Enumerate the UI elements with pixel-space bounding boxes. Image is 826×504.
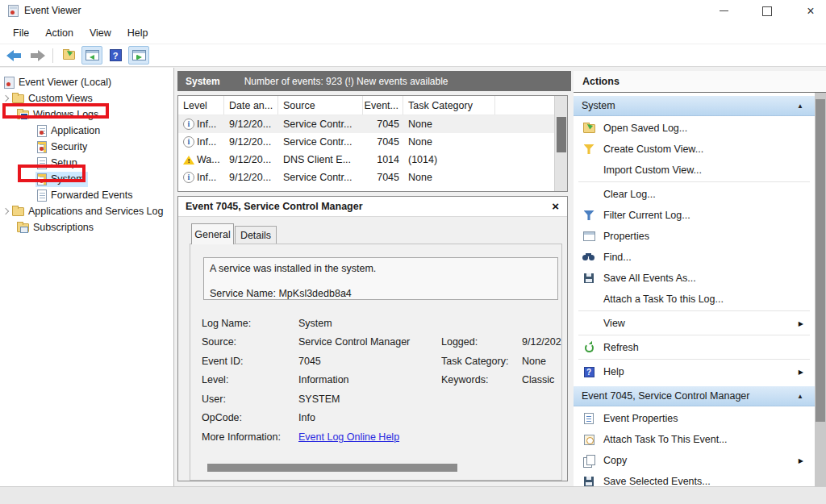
menu-view[interactable]: View	[81, 25, 119, 41]
folder-arrow-button[interactable]	[58, 46, 79, 65]
minimize-button[interactable]	[710, 0, 737, 22]
folder-arrow-icon	[63, 51, 75, 60]
actions-separator	[578, 181, 810, 182]
action-pane-icon	[132, 50, 146, 60]
menu-help[interactable]: Help	[119, 25, 156, 41]
console-tree-icon	[86, 50, 99, 60]
scrollbar-thumb[interactable]	[816, 99, 825, 422]
column-header-level[interactable]: Level	[178, 96, 224, 115]
action-import-custom-view[interactable]: Import Custom View...	[574, 160, 815, 181]
action-event-properties[interactable]: Event Properties	[574, 408, 815, 429]
actions-section-system[interactable]: System	[574, 95, 815, 116]
help-icon	[110, 49, 122, 61]
action-help[interactable]: Help	[574, 361, 815, 382]
show-console-tree-toggle[interactable]	[81, 46, 102, 65]
log-file-icon	[37, 141, 47, 153]
tree-item-security[interactable]: Security	[0, 139, 174, 155]
event-properties-icon	[584, 413, 594, 424]
collapse-caret-icon[interactable]	[797, 102, 803, 110]
action-refresh[interactable]: Refresh	[574, 337, 815, 358]
tab-details[interactable]: Details	[235, 226, 277, 244]
event-row[interactable]: Inf... 9/12/20... Service Contr... 7045 …	[178, 169, 554, 186]
help-button[interactable]	[105, 46, 126, 65]
show-action-pane-toggle[interactable]	[128, 46, 149, 65]
event-row[interactable]: Inf... 9/12/20... Service Contr... 7045 …	[178, 115, 554, 133]
actions-section-event-7045[interactable]: Event 7045, Service Control Manager	[574, 385, 815, 406]
chevron-right-icon[interactable]	[2, 95, 9, 102]
tree-item-subscriptions[interactable]: Subscriptions	[0, 219, 174, 235]
event-row[interactable]: Inf... 9/12/20... Service Contr... 7045 …	[178, 133, 554, 151]
close-button[interactable]	[797, 0, 824, 22]
subscriptions-icon	[17, 223, 29, 232]
actions-title: Actions	[582, 76, 620, 87]
help-icon	[584, 367, 594, 377]
action-copy[interactable]: Copy	[574, 450, 815, 471]
action-open-saved-log[interactable]: Open Saved Log...	[574, 118, 815, 139]
scrollbar-thumb[interactable]	[557, 117, 566, 152]
events-panel-header: System Number of events: 923 (!) New eve…	[177, 71, 571, 91]
action-save-selected-events[interactable]: Save Selected Events...	[574, 471, 815, 486]
action-properties[interactable]: Properties	[574, 226, 815, 247]
column-header-date[interactable]: Date an...	[224, 96, 278, 115]
tree-item-label: Subscriptions	[33, 222, 94, 233]
tree-item-applications-and-services[interactable]: Applications and Services Log	[0, 203, 174, 219]
log-file-icon	[37, 125, 47, 137]
action-clear-log[interactable]: Clear Log...	[574, 184, 815, 205]
detail-header: Event 7045, Service Control Manager	[178, 197, 567, 217]
action-save-all-events-as[interactable]: Save All Events As...	[574, 268, 815, 289]
warning-icon	[183, 155, 194, 165]
action-filter-current-log[interactable]: Filter Current Log...	[574, 205, 815, 226]
funnel-yellow-icon	[584, 144, 594, 154]
event-description-box[interactable]: A service was installed in the system. S…	[203, 257, 558, 300]
close-detail-icon[interactable]	[552, 199, 559, 213]
menu-action[interactable]: Action	[37, 25, 81, 41]
info-icon	[183, 172, 194, 183]
tree-root-event-viewer-local[interactable]: Event Viewer (Local)	[0, 74, 174, 90]
back-arrow-icon	[6, 50, 22, 61]
tree-item-forwarded-events[interactable]: Forwarded Events	[0, 187, 174, 203]
action-find[interactable]: Find...	[574, 247, 815, 268]
event-viewer-window: Event Viewer File Action View Help Event…	[0, 0, 826, 504]
collapse-caret-icon[interactable]	[797, 393, 803, 400]
tree-item-label: Security	[51, 141, 87, 152]
column-header-task-category[interactable]: Task Category	[403, 96, 495, 115]
back-button[interactable]	[3, 46, 24, 65]
tree-item-label: Custom Views	[28, 93, 93, 104]
menu-file[interactable]: File	[5, 25, 37, 41]
window-bottom-strip	[0, 486, 826, 504]
funnel-blue-icon	[584, 210, 594, 220]
forward-button[interactable]	[27, 46, 48, 65]
binoculars-icon	[582, 253, 595, 261]
events-column-headers: Level Date an... Source Event... Task Ca…	[178, 96, 554, 115]
actions-separator	[578, 310, 810, 311]
window-title: Event Viewer	[24, 5, 81, 16]
tree-item-application[interactable]: Application	[0, 123, 174, 139]
open-folder-icon	[583, 124, 595, 133]
event-row[interactable]: Wa... 9/12/20... DNS Client E... 1014 (1…	[178, 151, 554, 169]
action-attach-task-to-event[interactable]: Attach Task To This Event...	[574, 429, 815, 450]
tab-general[interactable]: General	[191, 223, 234, 244]
action-create-custom-view[interactable]: Create Custom View...	[574, 139, 815, 160]
save-icon	[584, 273, 594, 283]
action-view[interactable]: View	[574, 313, 815, 334]
column-header-event-id[interactable]: Event...	[363, 96, 403, 115]
actions-scrollbar[interactable]	[815, 93, 826, 486]
task-icon	[584, 435, 594, 445]
chevron-right-icon[interactable]	[2, 208, 9, 215]
log-name: System	[186, 76, 220, 87]
detail-horizontal-scrollbar-thumb[interactable]	[207, 464, 457, 472]
event-detail-pane: Event 7045, Service Control Manager Gene…	[177, 196, 568, 481]
action-attach-task-to-log[interactable]: Attach a Task To this Log...	[574, 289, 815, 310]
submenu-arrow-icon	[799, 457, 803, 464]
maximize-button[interactable]	[753, 0, 781, 22]
submenu-arrow-icon	[799, 320, 803, 327]
toolbar	[0, 44, 826, 67]
annotation-box-system	[18, 165, 86, 182]
description-line: A service was installed in the system.	[210, 263, 376, 274]
title-bar: Event Viewer	[0, 0, 826, 22]
column-header-source[interactable]: Source	[278, 96, 363, 115]
actions-panel: Actions System Open Saved Log... Create …	[574, 71, 826, 486]
events-vertical-scrollbar[interactable]	[554, 96, 567, 191]
event-log-online-help-link[interactable]: Event Log Online Help	[298, 431, 399, 443]
event-viewer-app-icon	[8, 5, 19, 17]
